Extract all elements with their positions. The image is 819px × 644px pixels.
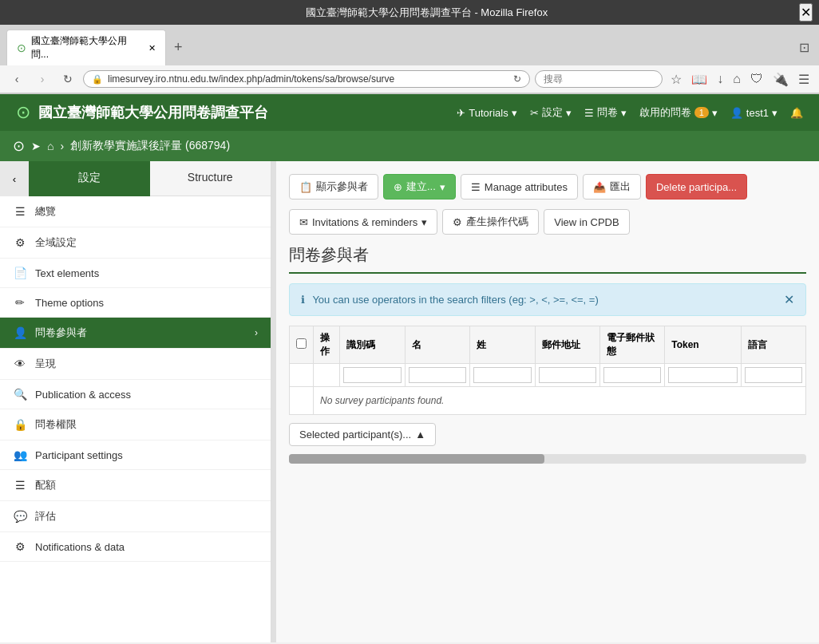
show-participants-button[interactable]: 📋 顯示參與者: [289, 174, 378, 200]
window-close-button[interactable]: ✕: [799, 3, 813, 22]
pencil-icon: ✏: [13, 296, 27, 309]
app-header: ⊙ 國立臺灣師範大學公用問卷調查平台 ✈ Tutorials ▾ ✂ 設定 ▾ …: [0, 94, 819, 131]
export-icon: 📤: [593, 181, 606, 193]
scroll-thumb[interactable]: [289, 454, 544, 464]
export-button[interactable]: 📤 匯出: [583, 174, 641, 200]
filter-language-input[interactable]: [745, 367, 802, 383]
filter-lastname-input[interactable]: [473, 367, 531, 383]
sidebar-item-participants[interactable]: 👤 問卷參與者 ›: [0, 318, 271, 349]
reload-url-button[interactable]: ↻: [513, 73, 521, 85]
filter-id-input[interactable]: [343, 367, 401, 383]
filter-checkbox-cell: [290, 364, 314, 387]
section-title: 問卷參與者: [289, 244, 806, 274]
list-icon: ☰: [13, 205, 27, 218]
user-dropdown-icon: ▾: [772, 107, 777, 119]
create-button[interactable]: ⊕ 建立... ▾: [383, 174, 456, 200]
sidebar-item-notifications-data[interactable]: ⚙ Notifications & data: [0, 532, 271, 562]
refresh-button[interactable]: ↻: [57, 69, 78, 89]
sidebar-item-assessments[interactable]: 💬 評估: [0, 501, 271, 532]
filter-firstname-input[interactable]: [409, 367, 466, 383]
view-cpdb-button[interactable]: View in CPDB: [544, 209, 629, 235]
delete-participants-button[interactable]: Delete participa...: [646, 174, 747, 200]
sidebar: ‹ 設定 Structure ☰ 總覽 ⚙ 全域設定 📄 Text elemen…: [0, 161, 271, 642]
restore-window-button[interactable]: ⊡: [796, 38, 813, 57]
participants-table: 操作 識別碼 名 姓 郵件地址: [289, 326, 806, 415]
invitations-dropdown-icon: ▾: [421, 216, 427, 228]
manage-attributes-button[interactable]: ☰ Manage attributes: [461, 174, 578, 200]
alert-close-button[interactable]: ✕: [784, 292, 794, 307]
selected-participants-button[interactable]: Selected participant(s)... ▲: [289, 423, 436, 446]
app-title: 國立臺灣師範大學公用問卷調查平台: [38, 103, 268, 122]
sidebar-item-theme-options[interactable]: ✏ Theme options: [0, 288, 271, 318]
extensions-button[interactable]: 🔌: [770, 70, 792, 89]
refresh-nav-icon[interactable]: ⊙: [13, 137, 25, 155]
filter-email-input[interactable]: [539, 367, 596, 383]
filter-language-cell: [741, 364, 805, 387]
info-icon: ℹ: [301, 294, 305, 306]
invitations-reminders-button[interactable]: ✉ Invitations & reminders ▾: [289, 209, 437, 235]
active-surveys-button[interactable]: 啟用的問卷 1 ▾: [639, 105, 718, 120]
sidebar-item-text-elements[interactable]: 📄 Text elements: [0, 259, 271, 288]
download-button[interactable]: ↓: [714, 70, 726, 89]
tab-structure[interactable]: Structure: [150, 161, 271, 196]
bookmark-button[interactable]: ☆: [667, 70, 685, 89]
table-icon: 📋: [299, 181, 312, 193]
app-logo: ⊙ 國立臺灣師範大學公用問卷調查平台: [16, 102, 268, 123]
compass-icon: ✈: [457, 107, 465, 119]
sidebar-collapse-button[interactable]: ‹: [0, 161, 29, 196]
search-operators-alert: ℹ You can use operators in the search fi…: [289, 283, 806, 316]
shield-button[interactable]: 🛡: [747, 70, 766, 89]
selected-participants-arrow-icon: ▲: [415, 429, 425, 441]
header-navigation: ✈ Tutorials ▾ ✂ 設定 ▾ ☰ 問卷 ▾ 啟用的問卷 1 ▾ 👤: [457, 105, 803, 120]
surveys-button[interactable]: ☰ 問卷 ▾: [584, 105, 627, 120]
menu-button[interactable]: ☰: [795, 70, 813, 89]
filter-lastname-cell: [470, 364, 535, 387]
filter-email-cell: [535, 364, 599, 387]
main-layout: ‹ 設定 Structure ☰ 總覽 ⚙ 全域設定 📄 Text elemen…: [0, 161, 819, 642]
toolbar: 📋 顯示參與者 ⊕ 建立... ▾ ☰ Manage attributes 📤 …: [289, 174, 806, 200]
search-icon: 🔍: [13, 388, 27, 401]
chat-icon: 💬: [13, 510, 27, 523]
new-tab-button[interactable]: +: [169, 38, 188, 57]
browser-search-input[interactable]: [535, 70, 663, 88]
select-all-checkbox[interactable]: [296, 338, 307, 349]
tab-settings[interactable]: 設定: [29, 161, 150, 196]
active-surveys-dropdown-icon: ▾: [712, 107, 718, 119]
bell-icon: 🔔: [790, 107, 803, 119]
tab-bar: ⊙ 國立臺灣師範大學公用問... ✕ + ⊡: [0, 25, 819, 65]
user-button[interactable]: 👤 test1 ▾: [730, 107, 777, 119]
sidebar-item-survey-permissions[interactable]: 🔒 問卷權限: [0, 409, 271, 441]
table-header-token: Token: [665, 326, 741, 364]
table-filter-row: [290, 364, 806, 387]
breadcrumb-separator: ›: [60, 140, 64, 152]
sidebar-item-publication-access[interactable]: 🔍 Publication & access: [0, 380, 271, 409]
manage-icon: ☰: [471, 181, 481, 193]
sidebar-item-overview[interactable]: ☰ 總覽: [0, 196, 271, 227]
browser-tab[interactable]: ⊙ 國立臺灣師範大學公用問... ✕: [6, 30, 166, 65]
document-icon: 📄: [13, 267, 27, 279]
home-breadcrumb-icon[interactable]: ⌂: [47, 140, 53, 152]
app-container: ⊙ 國立臺灣師範大學公用問卷調查平台 ✈ Tutorials ▾ ✂ 設定 ▾ …: [0, 94, 819, 642]
horizontal-scrollbar[interactable]: [289, 454, 806, 464]
table-no-data-row: No survey participants found.: [290, 387, 806, 415]
content-area: 📋 顯示參與者 ⊕ 建立... ▾ ☰ Manage attributes 📤 …: [276, 161, 819, 642]
sidebar-item-quotas[interactable]: ☰ 配額: [0, 470, 271, 501]
forward-button[interactable]: ›: [32, 69, 53, 89]
surveys-dropdown-icon: ▾: [621, 107, 627, 119]
home-button[interactable]: ⌂: [730, 70, 744, 89]
sidebar-item-participant-settings[interactable]: 👥 Participant settings: [0, 441, 271, 470]
settings-button[interactable]: ✂ 設定 ▾: [530, 105, 572, 120]
generate-tokens-button[interactable]: ⚙ 產生操作代碼: [442, 209, 539, 235]
table-header-lastname: 姓: [470, 326, 535, 364]
sidebar-item-presentation[interactable]: 👁 呈現: [0, 349, 271, 380]
reader-view-button[interactable]: 📖: [688, 70, 710, 89]
url-bar[interactable]: 🔒 limesurvey.iro.ntnu.edu.tw/index.php/a…: [83, 70, 530, 88]
tab-close-icon[interactable]: ✕: [148, 43, 156, 53]
filter-token-input[interactable]: [668, 367, 737, 383]
sidebar-item-global-settings[interactable]: ⚙ 全域設定: [0, 227, 271, 259]
back-button[interactable]: ‹: [6, 69, 27, 89]
filter-email-status-input[interactable]: [603, 367, 661, 383]
token-gear-icon: ⚙: [453, 216, 462, 228]
notifications-button[interactable]: 🔔: [790, 107, 803, 119]
tutorials-button[interactable]: ✈ Tutorials ▾: [457, 107, 516, 119]
